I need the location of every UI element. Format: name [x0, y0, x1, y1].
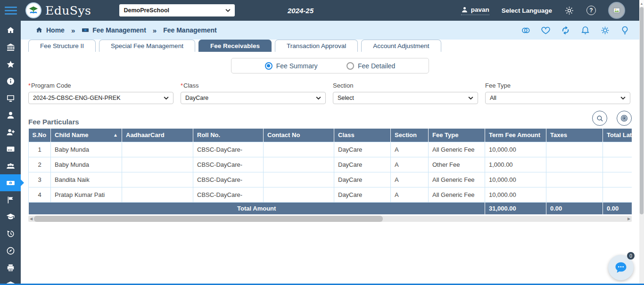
- table-row[interactable]: 1Baby MundaCBSC-DayCare-DayCareAAll Gene…: [29, 142, 632, 157]
- cell: 1,000.00: [485, 157, 546, 172]
- gear-button[interactable]: [600, 25, 610, 35]
- radio-dot: [347, 62, 354, 70]
- table-row[interactable]: 3Bandita NaikCBSC-DayCare-DayCareAAll Ge…: [29, 172, 632, 187]
- heart-button[interactable]: [541, 25, 551, 35]
- cell: CBSC-DayCare-: [193, 157, 264, 172]
- chevron-down-icon: [164, 97, 169, 100]
- sidebar-item-id-card[interactable]: [0, 140, 21, 157]
- tab-fee-structure-ii[interactable]: Fee Structure II: [28, 40, 96, 52]
- sidebar-item-user-add[interactable]: [0, 123, 21, 140]
- brand-name: EduSys: [45, 4, 91, 17]
- total-value: 0.00: [546, 202, 603, 214]
- table-row[interactable]: 2Baby MundaCBSC-DayCare-DayCareAOther Fe…: [29, 157, 632, 172]
- sort-asc-icon: ▲: [113, 132, 118, 138]
- col-header-section[interactable]: Section: [391, 129, 429, 142]
- col-header-roll-no-[interactable]: Roll No.: [193, 129, 264, 142]
- breadcrumb-item-1[interactable]: 1Fee Management: [82, 26, 146, 34]
- sidebar-item-home[interactable]: [0, 22, 21, 39]
- table-row[interactable]: 4Pratap Kumar PatiCBSC-DayCare-DayCareAA…: [29, 187, 632, 202]
- search-button[interactable]: [592, 111, 607, 126]
- cell: All Generic Fee: [429, 142, 485, 157]
- sidebar-item-compass[interactable]: [0, 242, 21, 259]
- col-header-term-fee-amount[interactable]: Term Fee Amount: [485, 129, 546, 142]
- help-icon[interactable]: ?: [586, 6, 596, 15]
- col-header-s-no[interactable]: S.No: [29, 129, 51, 142]
- col-header-fee-type[interactable]: Fee Type: [429, 129, 485, 142]
- chevron-down-icon: [468, 97, 473, 100]
- horizontal-scroll-thumb[interactable]: [34, 216, 383, 222]
- cell: 2: [29, 157, 51, 172]
- vertical-scroll-thumb[interactable]: [640, 7, 644, 214]
- refresh-button[interactable]: [561, 25, 570, 35]
- col-header-taxes[interactable]: Taxes: [546, 129, 603, 142]
- cell: DayCare: [334, 142, 391, 157]
- monitor-icon: [6, 94, 15, 103]
- filter-label: Section: [333, 82, 478, 89]
- cell: [603, 142, 632, 157]
- col-header-aadhaarcard[interactable]: AadhaarCard: [122, 129, 193, 142]
- sidebar-item-graduation-cap[interactable]: [0, 208, 21, 225]
- horizontal-scrollbar[interactable]: ◀ ▶: [28, 216, 632, 222]
- sidebar-item-money[interactable]: 1: [0, 174, 21, 191]
- filter-select[interactable]: Select: [333, 92, 478, 104]
- col-header-child-name[interactable]: Child Name▲: [51, 129, 122, 142]
- search-icon: [596, 114, 604, 122]
- tab-strip: Fee Structure IISpecial Fee ManagementFe…: [28, 40, 632, 52]
- total-value: 31,000.00: [485, 202, 546, 214]
- brand: EduSys: [25, 2, 91, 18]
- toggle-button[interactable]: [521, 25, 531, 35]
- vertical-scrollbar[interactable]: ▲: [639, 0, 644, 285]
- breadcrumb-item-0[interactable]: Home: [35, 26, 65, 34]
- sidebar-item-user[interactable]: [0, 106, 21, 123]
- bulb-button[interactable]: [620, 25, 630, 35]
- radio-fee-summary[interactable]: Fee Summary: [265, 62, 318, 70]
- scroll-up-arrow[interactable]: ▲: [639, 0, 644, 7]
- settings-gear-icon[interactable]: [564, 6, 574, 16]
- sidebar-item-info[interactable]: [0, 73, 21, 90]
- sidebar-item-flag[interactable]: [0, 191, 21, 208]
- tab-account-adjustment[interactable]: Account Adjustment: [361, 40, 441, 52]
- sidebar-item-history[interactable]: [0, 225, 21, 242]
- sidebar-item-star[interactable]: [0, 56, 21, 73]
- chevron-down-icon: [316, 97, 321, 100]
- hamburger-menu-icon[interactable]: [5, 5, 17, 16]
- filter-select[interactable]: DayCare: [181, 92, 326, 104]
- cell: CBSC-DayCare-: [193, 172, 264, 187]
- scroll-left-arrow[interactable]: ◀: [28, 216, 34, 222]
- tab-special-fee-management[interactable]: Special Fee Management: [99, 40, 195, 52]
- cell: 10,000.00: [485, 172, 546, 187]
- academic-year: 2024-25: [288, 7, 314, 15]
- breadcrumb-bar: Home»1Fee Management»Fee Management: [21, 21, 639, 40]
- col-header-class[interactable]: Class: [334, 129, 391, 142]
- breadcrumb-item-2[interactable]: Fee Management: [163, 26, 217, 34]
- sidebar-item-users[interactable]: [0, 157, 21, 174]
- home-icon: [35, 26, 43, 34]
- radio-fee-detailed[interactable]: Fee Detailed: [347, 62, 395, 70]
- topbar-right: pavan Select Language ?: [461, 2, 625, 19]
- fee-particulars-table: S.NoChild Name▲AadhaarCardRoll No.Contac…: [28, 129, 632, 214]
- filter-select[interactable]: 2024-25-CBSC-ENG-GEN-PREK: [28, 92, 173, 104]
- tab-transaction-approval[interactable]: Transaction Approval: [275, 40, 358, 52]
- user-menu[interactable]: pavan: [461, 6, 489, 15]
- avatar[interactable]: [608, 2, 625, 19]
- sidebar-item-monitor[interactable]: [0, 90, 21, 106]
- printer-icon: [6, 263, 15, 272]
- school-select[interactable]: DemoPreSchool: [119, 4, 235, 16]
- compass-icon: [6, 246, 15, 255]
- sidebar-item-printer[interactable]: [0, 259, 21, 276]
- col-header-total-lat[interactable]: Total Lat: [603, 129, 632, 142]
- filter-select[interactable]: All: [485, 92, 630, 104]
- bulb-icon: [620, 25, 630, 35]
- bell-button[interactable]: [580, 25, 590, 35]
- cell: [546, 157, 603, 172]
- col-header-contact-no[interactable]: Contact No: [264, 129, 334, 142]
- cell: CBSC-DayCare-: [193, 142, 264, 157]
- sidebar-item-bank[interactable]: [0, 39, 21, 56]
- star-icon: [6, 60, 15, 69]
- top-header-bar: EduSys DemoPreSchool 2024-25 pavan Selec…: [0, 0, 644, 21]
- tab-fee-receivables[interactable]: Fee Receivables: [198, 40, 272, 52]
- select-language-button[interactable]: Select Language: [502, 7, 552, 14]
- target-button[interactable]: [617, 111, 632, 126]
- chat-widget-button[interactable]: 0: [608, 255, 634, 280]
- scroll-right-arrow[interactable]: ▶: [626, 216, 632, 222]
